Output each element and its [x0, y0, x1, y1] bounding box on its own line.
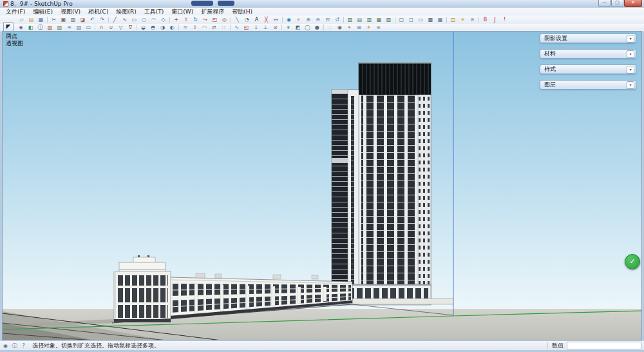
- zoom-extents-tool-icon[interactable]: ⊡: [324, 16, 331, 23]
- section-plane-tool-icon[interactable]: ◫: [450, 16, 457, 23]
- panel-collapse-icon[interactable]: ▾: [627, 81, 634, 89]
- flatten-tool-icon[interactable]: ⊥: [262, 24, 269, 31]
- styles-browser-icon[interactable]: ▧: [56, 24, 63, 31]
- zoom-window-tool-icon[interactable]: ⊞: [355, 24, 363, 31]
- array-tool-icon[interactable]: ∷: [220, 24, 227, 31]
- paste-icon[interactable]: ▥: [70, 16, 77, 23]
- redo-icon[interactable]: ↷: [99, 16, 106, 23]
- fog-dialog-icon[interactable]: ≋: [375, 24, 382, 31]
- offset-tool-icon[interactable]: ◎: [221, 16, 228, 23]
- arc-tool-icon[interactable]: ◠: [150, 16, 157, 23]
- selection-toys-icon[interactable]: ◩: [294, 24, 301, 31]
- eraser-icon[interactable]: ◪: [79, 16, 86, 23]
- zoom-in-tool-icon[interactable]: ⊕: [305, 16, 312, 23]
- minimize-button[interactable]: —: [598, 0, 611, 7]
- textured-mode-icon[interactable]: ▦: [437, 16, 444, 23]
- menu-edit[interactable]: 编辑(E): [29, 8, 57, 15]
- floating-overlay-button[interactable]: ✓: [625, 254, 640, 269]
- maximize-button[interactable]: ▢: [611, 0, 623, 7]
- model-viewport[interactable]: 两点 透视图 阴影设置▾材料▾样式▾图层▾ ✓: [2, 31, 642, 340]
- solid-intersect-icon[interactable]: ◐: [169, 24, 176, 31]
- new-file-icon[interactable]: ▱: [18, 16, 25, 23]
- copy-icon[interactable]: ▣: [60, 16, 67, 23]
- fog-toggle-icon[interactable]: ≋: [469, 16, 476, 23]
- cleanup-tool-icon[interactable]: ∗: [285, 24, 292, 31]
- purge-tool-icon[interactable]: ⊘: [272, 24, 279, 31]
- solid-subtract-icon[interactable]: ◓: [149, 24, 156, 31]
- front-view-icon[interactable]: ▥: [366, 16, 373, 23]
- menu-tools[interactable]: 工具(T): [140, 8, 168, 15]
- rotate-tool-icon[interactable]: ↻: [192, 16, 199, 23]
- cut-icon[interactable]: ✂: [50, 16, 57, 23]
- open-file-icon[interactable]: ▤: [28, 16, 35, 23]
- panel-collapse-icon[interactable]: ▾: [627, 50, 634, 58]
- text-tool-icon[interactable]: A: [253, 16, 260, 23]
- freehand-tool-icon[interactable]: ∿: [121, 16, 128, 23]
- fredo-scale-icon[interactable]: ◱: [243, 24, 250, 31]
- push-pull-tool-icon[interactable]: ⇧: [182, 16, 189, 23]
- close-button[interactable]: ✕: [624, 0, 642, 7]
- solid-union-icon[interactable]: ◒: [140, 24, 147, 31]
- hide-similar-toggle-icon[interactable]: ●: [314, 24, 321, 31]
- menu-help[interactable]: 帮助(H): [228, 8, 256, 15]
- solid-trim-icon[interactable]: ◑: [159, 24, 166, 31]
- materials-browser-icon[interactable]: ▨: [46, 24, 53, 31]
- position-camera-tool-icon[interactable]: ⌖: [346, 24, 353, 31]
- follow-me-tool-icon[interactable]: ↪: [202, 16, 209, 23]
- credits-icon[interactable]: ⓘ: [11, 342, 18, 349]
- line-tool-icon[interactable]: ╱: [111, 16, 118, 23]
- make-component-icon[interactable]: ◈: [17, 24, 24, 31]
- move-tool-icon[interactable]: +: [173, 16, 180, 23]
- axes-tool-icon[interactable]: ╳: [263, 16, 270, 23]
- outliner-icon[interactable]: ▤: [75, 24, 82, 31]
- sandbox-smoove-icon[interactable]: ∪: [108, 24, 115, 31]
- plugin-alert-icon[interactable]: !: [501, 16, 508, 23]
- save-file-icon[interactable]: ▦: [37, 16, 44, 23]
- entity-info-icon[interactable]: ⓘ: [37, 24, 44, 31]
- walk-tool-icon[interactable]: ∴: [327, 24, 334, 31]
- dimension-tool-icon[interactable]: ↔: [272, 16, 279, 23]
- layers-manager-icon[interactable]: ≡: [66, 24, 73, 31]
- xray-mode-icon[interactable]: ▢: [398, 16, 405, 23]
- help-icon[interactable]: ?: [20, 342, 27, 349]
- menu-draw[interactable]: 绘图(R): [112, 8, 140, 15]
- previous-view-icon[interactable]: ↺: [334, 16, 341, 23]
- menu-window[interactable]: 窗口(W): [167, 8, 197, 15]
- sandbox-from-contours-icon[interactable]: ∩: [98, 24, 105, 31]
- sandbox-drape-icon[interactable]: ∇: [127, 24, 134, 31]
- menu-view[interactable]: 视图(V): [57, 8, 84, 15]
- shadows-toggle-icon[interactable]: ☀: [459, 16, 466, 23]
- panel-title-layers[interactable]: 图层▾: [540, 80, 636, 90]
- measurement-input[interactable]: [567, 342, 641, 349]
- scenes-manager-icon[interactable]: ▭: [85, 24, 92, 31]
- iso-view-icon[interactable]: ▧: [346, 16, 354, 23]
- paint-bucket-tool-icon[interactable]: ◧: [27, 24, 34, 31]
- geolocation-icon[interactable]: ◉: [2, 342, 9, 349]
- undo-icon[interactable]: ↶: [89, 16, 96, 23]
- pan-tool-icon[interactable]: ⌖: [295, 16, 302, 23]
- panel-title-materials[interactable]: 材料▾: [540, 49, 636, 59]
- hidden-line-mode-icon[interactable]: ▭: [417, 16, 424, 23]
- shadow-dialog-icon[interactable]: ☀: [365, 24, 372, 31]
- polygon-tool-icon[interactable]: ◇: [160, 16, 167, 23]
- tape-measure-tool-icon[interactable]: ╲: [234, 16, 241, 23]
- sandbox-stamp-icon[interactable]: ▽: [117, 24, 124, 31]
- joint-push-pull-icon[interactable]: ⇧: [191, 24, 198, 31]
- right-view-icon[interactable]: ▦: [375, 16, 383, 23]
- zoom-out-tool-icon[interactable]: ⊖: [314, 16, 321, 23]
- scale-tool-icon[interactable]: ◰: [211, 16, 218, 23]
- panel-title-styles[interactable]: 样式▾: [540, 64, 636, 74]
- hide-rest-toggle-icon[interactable]: ◯: [304, 24, 311, 31]
- panel-title-shadow-settings[interactable]: 阴影设置▾: [540, 34, 636, 43]
- round-corner-icon[interactable]: ◠: [201, 24, 208, 31]
- orbit-tool-icon[interactable]: ◉: [285, 16, 292, 23]
- shaded-mode-icon[interactable]: ▩: [427, 16, 434, 23]
- weld-tool-icon[interactable]: ∞: [182, 24, 189, 31]
- protractor-tool-icon[interactable]: ◔: [243, 16, 251, 23]
- drop-tool-icon[interactable]: ↓: [252, 24, 260, 31]
- rectangle-tool-icon[interactable]: ▭: [131, 16, 138, 23]
- menu-extensions[interactable]: 扩展程序: [197, 8, 228, 15]
- circle-tool-icon[interactable]: ○: [140, 16, 147, 23]
- panel-collapse-icon[interactable]: ▾: [627, 35, 634, 43]
- mirror-tool-icon[interactable]: ⇄: [211, 24, 218, 31]
